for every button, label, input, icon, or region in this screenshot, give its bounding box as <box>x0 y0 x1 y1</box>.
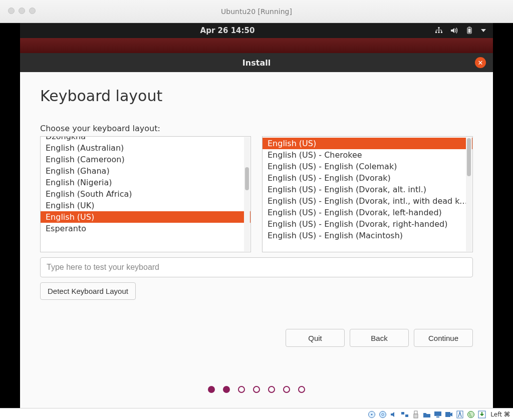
keyboard-test-input[interactable] <box>40 257 473 277</box>
list-item[interactable]: English (US) - English (Macintosh) <box>263 230 472 241</box>
usb-icon[interactable] <box>411 410 420 419</box>
list-item[interactable]: English (US) <box>41 211 250 223</box>
svg-rect-1 <box>435 32 437 33</box>
svg-rect-14 <box>414 414 418 418</box>
progress-dot <box>268 386 275 393</box>
list-item[interactable]: English (US) - English (Dvorak, intl., w… <box>263 195 472 207</box>
list-item[interactable]: English (US) <box>263 138 472 149</box>
ubuntu-accent-bar <box>20 38 493 53</box>
download-arrow-icon[interactable] <box>477 410 486 419</box>
list-item[interactable]: English (Australian) <box>41 142 250 154</box>
list-item[interactable]: English (Cameroon) <box>41 154 250 165</box>
list-item[interactable]: English (UK) <box>41 200 250 211</box>
variant-list[interactable]: English (US)English (US) - CherokeeEngli… <box>262 136 473 252</box>
host-window: Ubuntu20 [Running] Apr 26 14:50 <box>0 0 513 420</box>
installer-content: Keyboard layout Choose your keyboard lay… <box>20 72 493 408</box>
scrollbar[interactable] <box>244 137 250 251</box>
vm-status-bar: Left ⌘ <box>0 408 513 420</box>
svg-rect-6 <box>468 29 471 33</box>
progress-dots <box>20 386 493 393</box>
svg-rect-16 <box>436 416 439 417</box>
gnome-topbar: Apr 26 14:50 <box>20 23 493 38</box>
vbox-icon[interactable] <box>455 410 464 419</box>
svg-rect-2 <box>438 32 440 33</box>
keyboard-lists: DzongkhaEnglish (Australian)English (Cam… <box>40 136 473 252</box>
vm-viewport: Apr 26 14:50 Install <box>0 23 513 408</box>
progress-dot <box>253 386 260 393</box>
shared-folder-icon[interactable] <box>422 410 431 419</box>
list-item[interactable]: Dzongkha <box>41 136 250 142</box>
list-item[interactable]: English (US) - English (Dvorak, left-han… <box>263 207 472 218</box>
display-icon[interactable] <box>433 410 442 419</box>
list-item[interactable]: English (South Africa) <box>41 188 250 200</box>
back-button[interactable]: Back <box>350 329 409 347</box>
page-heading: Keyboard layout <box>40 87 473 105</box>
prompt-label: Choose your keyboard layout: <box>40 124 473 133</box>
scrollbar-thumb[interactable] <box>245 167 249 190</box>
progress-dot <box>208 386 215 393</box>
traffic-close-icon[interactable] <box>8 8 15 14</box>
list-item[interactable]: English (US) - English (Dvorak, alt. int… <box>263 184 472 195</box>
traffic-lights[interactable] <box>8 8 36 14</box>
network-icon[interactable] <box>435 27 443 35</box>
close-button[interactable]: ✕ <box>475 57 486 68</box>
close-icon: ✕ <box>478 59 483 67</box>
svg-rect-3 <box>441 32 442 33</box>
installer-title: Install <box>20 58 493 68</box>
quit-button[interactable]: Quit <box>286 329 345 347</box>
globe-icon[interactable] <box>466 410 475 419</box>
volume-icon[interactable] <box>450 27 458 35</box>
list-item[interactable]: English (Ghana) <box>41 165 250 177</box>
list-item[interactable]: Esperanto <box>41 223 250 234</box>
recording-icon[interactable] <box>444 410 453 419</box>
svg-rect-11 <box>401 412 404 414</box>
svg-point-10 <box>382 413 384 415</box>
list-item[interactable]: English (US) - Cherokee <box>263 149 472 161</box>
continue-button[interactable]: Continue <box>414 329 473 347</box>
svg-rect-5 <box>468 27 470 28</box>
list-item[interactable]: English (US) - English (Colemak) <box>263 161 472 172</box>
audio-icon[interactable] <box>389 410 398 419</box>
system-tray[interactable] <box>435 27 493 35</box>
svg-rect-17 <box>445 412 450 417</box>
battery-icon[interactable] <box>465 27 474 35</box>
svg-rect-13 <box>414 411 417 414</box>
svg-point-19 <box>468 411 474 417</box>
progress-dot <box>223 386 230 393</box>
host-key-label: Left <box>490 411 502 418</box>
layout-list[interactable]: DzongkhaEnglish (Australian)English (Cam… <box>40 136 251 252</box>
clock[interactable]: Apr 26 14:50 <box>20 26 435 35</box>
list-item[interactable]: English (Nigeria) <box>41 177 250 188</box>
svg-rect-12 <box>405 414 408 417</box>
harddisk-icon[interactable] <box>367 410 376 419</box>
svg-point-8 <box>371 413 373 415</box>
progress-dot <box>238 386 245 393</box>
wizard-nav: Quit Back Continue <box>286 329 473 347</box>
scrollbar-thumb[interactable] <box>467 138 471 176</box>
svg-rect-0 <box>438 27 440 29</box>
optical-icon[interactable] <box>378 410 387 419</box>
network-adapter-icon[interactable] <box>400 410 409 419</box>
installer-titlebar: Install ✕ <box>20 53 493 72</box>
host-titlebar: Ubuntu20 [Running] <box>0 0 513 23</box>
traffic-zoom-icon[interactable] <box>29 8 36 14</box>
host-window-title: Ubuntu20 [Running] <box>0 8 513 16</box>
detect-keyboard-button[interactable]: Detect Keyboard Layout <box>40 282 136 300</box>
progress-dot <box>298 386 305 393</box>
traffic-minimize-icon[interactable] <box>19 8 25 14</box>
command-key-icon: ⌘ <box>504 410 510 418</box>
progress-dot <box>283 386 290 393</box>
chevron-down-icon[interactable] <box>481 29 486 32</box>
scrollbar[interactable] <box>466 137 472 251</box>
list-item[interactable]: English (US) - English (Dvorak) <box>263 172 472 184</box>
svg-rect-15 <box>434 411 441 416</box>
list-item[interactable]: English (US) - English (Dvorak, right-ha… <box>263 218 472 230</box>
